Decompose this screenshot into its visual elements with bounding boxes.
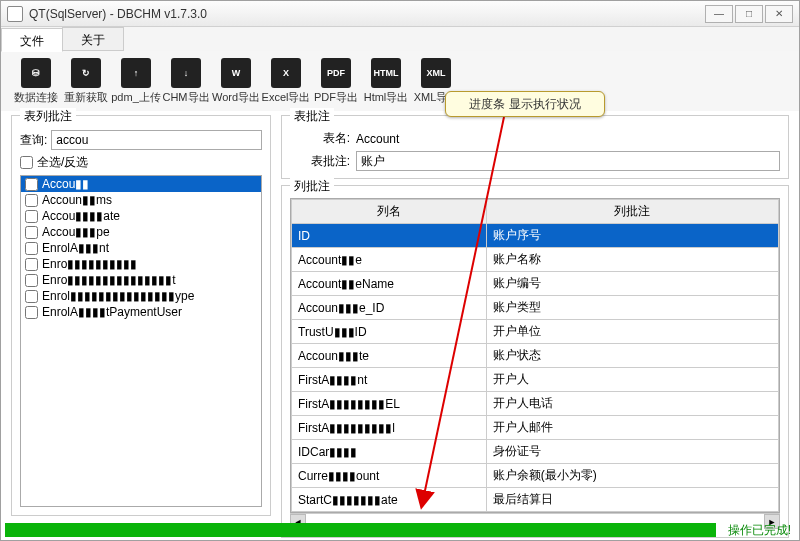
select-all-checkbox[interactable]: 全选/反选 [20, 154, 262, 171]
status-text: 操作已完成! [720, 522, 799, 539]
toolbar-重新获取[interactable]: ↻重新获取 [63, 55, 109, 107]
toolbar-label: Word导出 [212, 90, 260, 105]
window-titlebar: QT(SqlServer) - DBCHM v1.7.3.0 — □ ✕ [1, 1, 799, 27]
right-panel: 表批注 表名: Account 表批注: 列批注 列名 [281, 115, 789, 516]
tablename-label: 表名: [290, 130, 350, 147]
toolbar-PDF导出[interactable]: PDFPDF导出 [313, 55, 359, 107]
menu-bar: 文件 关于 [1, 27, 799, 51]
toolbar-label: Excel导出 [262, 90, 311, 105]
menu-file[interactable]: 文件 [1, 28, 63, 52]
list-item[interactable]: Accou▮▮ [21, 176, 261, 192]
grid-header-colremark: 列批注 [486, 200, 778, 224]
tableremark-label: 表批注: [290, 153, 350, 170]
table-row[interactable]: FirstA▮▮▮▮nt开户人 [292, 368, 779, 392]
toolbar-pdm_上传[interactable]: ↑pdm_上传 [113, 55, 159, 107]
toolbar-icon: HTML [371, 58, 401, 88]
list-item[interactable]: Enro▮▮▮▮▮▮▮▮▮▮ [21, 256, 261, 272]
toolbar-icon: ↻ [71, 58, 101, 88]
tableremark-input[interactable] [356, 151, 780, 171]
column-remark-group-title: 列批注 [290, 178, 334, 195]
toolbar-Html导出[interactable]: HTMLHtml导出 [363, 55, 409, 107]
table-row[interactable]: Account▮▮e账户名称 [292, 248, 779, 272]
left-panel: 表列批注 查询: 全选/反选 Accou▮▮Accoun▮▮msAccou▮▮▮… [11, 115, 271, 516]
toolbar-icon: ⛁ [21, 58, 51, 88]
maximize-button[interactable]: □ [735, 5, 763, 23]
menu-about[interactable]: 关于 [62, 27, 124, 51]
toolbar-label: PDF导出 [314, 90, 358, 105]
left-panel-title: 表列批注 [20, 108, 76, 125]
toolbar-icon: ↓ [171, 58, 201, 88]
table-row[interactable]: Accoun▮▮▮e_ID账户类型 [292, 296, 779, 320]
toolbar-icon: X [271, 58, 301, 88]
table-row[interactable]: ID账户序号 [292, 224, 779, 248]
table-row[interactable]: FirstA▮▮▮▮▮▮▮▮▮l开户人邮件 [292, 416, 779, 440]
toolbar-label: XML导出 [414, 90, 459, 105]
list-item[interactable]: EnrolA▮▮▮nt [21, 240, 261, 256]
grid-header-colname: 列名 [292, 200, 487, 224]
column-remark-group: 列批注 列名 列批注 ID账户序号Account▮▮e账户名称Account▮▮… [281, 185, 789, 538]
table-row[interactable]: IDCar▮▮▮▮身份证号 [292, 440, 779, 464]
list-item[interactable]: Enro▮▮▮▮▮▮▮▮▮▮▮▮▮▮▮t [21, 272, 261, 288]
query-label: 查询: [20, 132, 47, 149]
toolbar-label: CHM导出 [162, 90, 209, 105]
toolbar-XML导出[interactable]: XMLXML导出 [413, 55, 459, 107]
toolbar-label: Html导出 [364, 90, 409, 105]
table-row[interactable]: Account▮▮eName账户编号 [292, 272, 779, 296]
progress-bar [5, 523, 716, 537]
table-row[interactable]: FirstA▮▮▮▮▮▮▮▮EL开户人电话 [292, 392, 779, 416]
table-row[interactable]: StartC▮▮▮▮▮▮▮ate最后结算日 [292, 488, 779, 512]
list-item[interactable]: Accou▮▮▮pe [21, 224, 261, 240]
column-grid[interactable]: 列名 列批注 ID账户序号Account▮▮e账户名称Account▮▮eNam… [290, 198, 780, 513]
table-remark-group: 表批注 表名: Account 表批注: [281, 115, 789, 179]
minimize-button[interactable]: — [705, 5, 733, 23]
query-input[interactable] [51, 130, 262, 150]
window-title: QT(SqlServer) - DBCHM v1.7.3.0 [29, 7, 705, 21]
toolbar-label: 数据连接 [14, 90, 58, 105]
list-item[interactable]: EnrolA▮▮▮▮tPaymentUser [21, 304, 261, 320]
toolbar-icon: PDF [321, 58, 351, 88]
toolbar-label: 重新获取 [64, 90, 108, 105]
table-row[interactable]: Curre▮▮▮▮ount账户余额(最小为零) [292, 464, 779, 488]
list-item[interactable]: Accou▮▮▮▮ate [21, 208, 261, 224]
list-item[interactable]: Accoun▮▮ms [21, 192, 261, 208]
toolbar: ⛁数据连接↻重新获取↑pdm_上传↓CHM导出WWord导出XExcel导出PD… [1, 51, 799, 111]
tablename-value: Account [356, 132, 780, 146]
toolbar-Excel导出[interactable]: XExcel导出 [263, 55, 309, 107]
toolbar-CHM导出[interactable]: ↓CHM导出 [163, 55, 209, 107]
close-button[interactable]: ✕ [765, 5, 793, 23]
toolbar-数据连接[interactable]: ⛁数据连接 [13, 55, 59, 107]
toolbar-icon: ↑ [121, 58, 151, 88]
table-row[interactable]: TrustU▮▮▮ID开户单位 [292, 320, 779, 344]
toolbar-icon: XML [421, 58, 451, 88]
table-list[interactable]: Accou▮▮Accoun▮▮msAccou▮▮▮▮ateAccou▮▮▮peE… [20, 175, 262, 507]
status-bar: 操作已完成! [1, 520, 799, 540]
table-remark-group-title: 表批注 [290, 108, 334, 125]
toolbar-label: pdm_上传 [111, 90, 161, 105]
toolbar-Word导出[interactable]: WWord导出 [213, 55, 259, 107]
table-row[interactable]: Accoun▮▮▮te账户状态 [292, 344, 779, 368]
list-item[interactable]: Enrol▮▮▮▮▮▮▮▮▮▮▮▮▮▮▮ype [21, 288, 261, 304]
app-icon [7, 6, 23, 22]
toolbar-icon: W [221, 58, 251, 88]
